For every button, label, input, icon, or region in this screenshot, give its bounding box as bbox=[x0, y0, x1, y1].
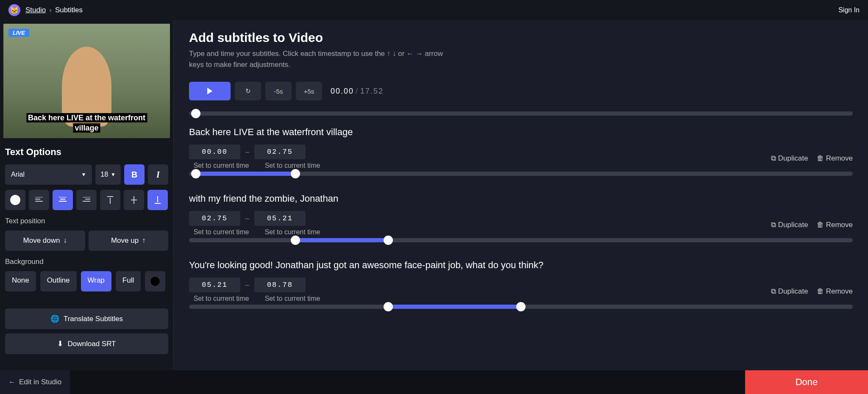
translate-subtitles-button[interactable]: 🌐 Translate Subtitles bbox=[5, 308, 168, 329]
live-badge: LIVE bbox=[8, 29, 29, 37]
move-up-button[interactable]: Move up↑ bbox=[89, 230, 169, 251]
restart-button[interactable]: ↻ bbox=[235, 82, 261, 100]
playback-slider[interactable] bbox=[189, 109, 853, 118]
bg-wrap-button[interactable]: Wrap bbox=[81, 271, 111, 291]
subtitle-text-input[interactable]: You're looking good! Jonathan just got a… bbox=[189, 260, 853, 271]
valign-bottom-button[interactable] bbox=[147, 190, 168, 210]
breadcrumb-separator: › bbox=[49, 6, 52, 14]
subtitle-range-slider[interactable] bbox=[189, 238, 853, 243]
time-separator: – bbox=[245, 215, 249, 222]
page-description: Type and time your subtitles. Click each… bbox=[189, 48, 452, 70]
bg-outline-button[interactable]: Outline bbox=[40, 271, 77, 291]
trash-icon: 🗑 bbox=[817, 221, 824, 229]
duplicate-icon: ⧉ bbox=[771, 221, 776, 229]
trash-icon: 🗑 bbox=[817, 154, 824, 163]
page-title: Add subtitles to Video bbox=[189, 31, 853, 45]
range-end-handle[interactable] bbox=[384, 236, 393, 245]
duplicate-subtitle-link[interactable]: ⧉Duplicate bbox=[771, 287, 808, 296]
range-start-handle[interactable] bbox=[291, 236, 300, 245]
font-size-select[interactable]: 18 ▼ bbox=[95, 164, 121, 185]
sidebar: LIVE Back here LIVE at the waterfrontvil… bbox=[0, 20, 174, 370]
align-left-button[interactable] bbox=[29, 190, 49, 210]
set-end-to-current-link[interactable]: Set to current time bbox=[260, 228, 325, 236]
italic-button[interactable]: I bbox=[148, 164, 168, 185]
subtitle-range-slider[interactable] bbox=[189, 304, 853, 309]
footer: ← Edit in Studio Done bbox=[0, 370, 868, 394]
duplicate-icon: ⧉ bbox=[771, 287, 776, 296]
chevron-down-icon: ▼ bbox=[111, 172, 116, 178]
bg-none-button[interactable]: None bbox=[5, 271, 36, 291]
remove-subtitle-link[interactable]: 🗑Remove bbox=[817, 221, 853, 229]
set-end-to-current-link[interactable]: Set to current time bbox=[260, 162, 325, 169]
video-preview[interactable]: LIVE Back here LIVE at the waterfrontvil… bbox=[3, 24, 170, 138]
duplicate-subtitle-link[interactable]: ⧉Duplicate bbox=[771, 221, 808, 229]
breadcrumb-root[interactable]: Studio bbox=[25, 6, 46, 14]
background-label: Background bbox=[5, 258, 170, 266]
text-position-label: Text position bbox=[5, 217, 170, 225]
subtitle-block: You're looking good! Jonathan just got a… bbox=[189, 260, 853, 309]
arrow-up-icon: ↑ bbox=[142, 236, 146, 245]
subtitle-block: with my friend the zombie, Jonathan 02.7… bbox=[189, 193, 853, 243]
valign-middle-button[interactable] bbox=[124, 190, 144, 210]
content-area: Add subtitles to Video Type and time you… bbox=[174, 20, 868, 370]
subtitles-list: Back here LIVE at the waterfront village… bbox=[174, 127, 868, 370]
edit-in-studio-link[interactable]: ← Edit in Studio bbox=[0, 370, 70, 394]
time-display: 00.00/17.52 bbox=[331, 87, 384, 96]
arrow-left-icon: ← bbox=[8, 378, 16, 386]
duplicate-icon: ⧉ bbox=[771, 154, 776, 163]
subtitle-end-time-input[interactable]: 08.78 bbox=[254, 277, 306, 292]
breadcrumb-current: Subtitles bbox=[55, 6, 83, 14]
set-start-to-current-link[interactable]: Set to current time bbox=[189, 228, 253, 236]
sign-in-link[interactable]: Sign In bbox=[838, 6, 860, 14]
duplicate-subtitle-link[interactable]: ⧉Duplicate bbox=[771, 154, 808, 163]
download-srt-button[interactable]: ⬇ Download SRT bbox=[5, 333, 168, 354]
range-start-handle[interactable] bbox=[191, 169, 200, 178]
subtitle-start-time-input[interactable]: 00.00 bbox=[189, 144, 240, 159]
done-button[interactable]: Done bbox=[745, 370, 868, 394]
text-options-title: Text Options bbox=[5, 147, 170, 158]
align-center-button[interactable] bbox=[53, 190, 73, 210]
range-end-handle[interactable] bbox=[516, 302, 526, 311]
play-icon bbox=[207, 88, 212, 94]
remove-subtitle-link[interactable]: 🗑Remove bbox=[817, 287, 853, 296]
bg-full-button[interactable]: Full bbox=[116, 271, 141, 291]
restart-icon: ↻ bbox=[245, 87, 251, 95]
time-separator: – bbox=[245, 281, 249, 289]
bold-button[interactable]: B bbox=[124, 164, 145, 185]
breadcrumb: Studio › Subtitles bbox=[25, 6, 83, 14]
subtitle-text-input[interactable]: with my friend the zombie, Jonathan bbox=[189, 193, 853, 204]
set-start-to-current-link[interactable]: Set to current time bbox=[189, 295, 253, 302]
valign-top-button[interactable] bbox=[100, 190, 120, 210]
logo-icon: 🐱 bbox=[8, 4, 20, 16]
translate-icon: 🌐 bbox=[50, 314, 59, 323]
time-separator: – bbox=[245, 148, 249, 156]
set-start-to-current-link[interactable]: Set to current time bbox=[189, 162, 253, 169]
text-color-swatch[interactable] bbox=[5, 190, 25, 210]
align-right-button[interactable] bbox=[76, 190, 97, 210]
play-button[interactable] bbox=[189, 82, 231, 100]
remove-subtitle-link[interactable]: 🗑Remove bbox=[817, 154, 853, 163]
preview-subtitle: Back here LIVE at the waterfrontvillage bbox=[26, 113, 147, 133]
set-end-to-current-link[interactable]: Set to current time bbox=[260, 295, 325, 302]
subtitle-block: Back here LIVE at the waterfront village… bbox=[189, 127, 853, 176]
font-select[interactable]: Arial ▼ bbox=[5, 164, 92, 185]
range-end-handle[interactable] bbox=[291, 169, 300, 178]
download-icon: ⬇ bbox=[57, 339, 63, 348]
chevron-down-icon: ▼ bbox=[81, 172, 86, 178]
subtitle-range-slider[interactable] bbox=[189, 171, 853, 176]
subtitle-text-input[interactable]: Back here LIVE at the waterfront village bbox=[189, 127, 853, 138]
subtitle-start-time-input[interactable]: 02.75 bbox=[189, 211, 240, 226]
playback-slider-handle[interactable] bbox=[191, 109, 200, 118]
subtitle-end-time-input[interactable]: 05.21 bbox=[254, 211, 306, 226]
subtitle-end-time-input[interactable]: 02.75 bbox=[254, 144, 306, 159]
range-start-handle[interactable] bbox=[384, 302, 393, 311]
forward-5s-button[interactable]: +5s bbox=[296, 82, 322, 100]
move-down-button[interactable]: Move down↓ bbox=[5, 230, 85, 251]
rewind-5s-button[interactable]: -5s bbox=[265, 82, 292, 100]
arrow-down-icon: ↓ bbox=[63, 236, 67, 245]
subtitle-start-time-input[interactable]: 05.21 bbox=[189, 277, 240, 292]
bg-color-swatch[interactable] bbox=[145, 271, 165, 291]
topbar: 🐱 Studio › Subtitles Sign In bbox=[0, 0, 868, 20]
trash-icon: 🗑 bbox=[817, 287, 824, 296]
